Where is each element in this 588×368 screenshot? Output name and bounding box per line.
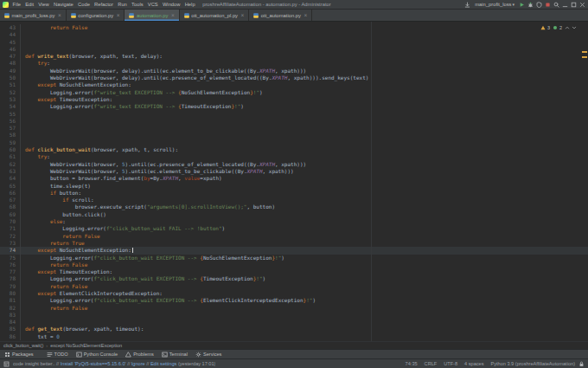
menu-file[interactable]: File bbox=[10, 2, 23, 7]
menu-window[interactable]: Window bbox=[160, 2, 182, 7]
code-line[interactable]: 76 return False bbox=[0, 261, 588, 268]
line-number[interactable]: 46 bbox=[0, 46, 21, 53]
code-line[interactable]: 65 time.sleep(t) bbox=[0, 183, 588, 190]
close-icon[interactable]: × bbox=[241, 12, 245, 18]
minimize-icon[interactable] bbox=[562, 2, 568, 8]
code-line[interactable]: 68 browser.execute_script("arguments[0].… bbox=[0, 203, 588, 210]
line-number[interactable]: 72 bbox=[0, 233, 21, 240]
line-number[interactable]: 74 bbox=[0, 247, 21, 254]
inspections-widget[interactable]: 32 bbox=[540, 25, 577, 30]
code-line[interactable]: 60def click_button_wait(browser, xpath, … bbox=[0, 146, 588, 153]
line-number[interactable]: 70 bbox=[0, 218, 21, 225]
code-line[interactable]: 64 button = browser.find_element(by=By.X… bbox=[0, 175, 588, 182]
code-line[interactable]: 63 WebDriverWait(browser, 5).until(ec.el… bbox=[0, 168, 588, 175]
line-number[interactable]: 85 bbox=[0, 326, 21, 332]
status-link[interactable]: Edit settings bbox=[150, 361, 176, 366]
close-icon[interactable]: × bbox=[171, 12, 175, 18]
code-line[interactable]: 58 bbox=[0, 132, 588, 139]
menu-help[interactable]: Help bbox=[182, 2, 197, 7]
menu-refactor[interactable]: Refactor bbox=[93, 2, 116, 7]
maximize-icon[interactable] bbox=[571, 2, 577, 8]
code-line[interactable]: 50 WebDriverWait(browser, delay).until(e… bbox=[0, 74, 588, 81]
line-number[interactable]: 44 bbox=[0, 31, 21, 38]
run-icon[interactable] bbox=[519, 2, 525, 8]
close-icon[interactable] bbox=[579, 2, 585, 8]
code-line[interactable]: 66 if button: bbox=[0, 190, 588, 197]
tool-window-switcher-icon[interactable] bbox=[3, 361, 10, 367]
line-number[interactable]: 65 bbox=[0, 183, 21, 190]
code-line[interactable]: 70 else: bbox=[0, 218, 588, 225]
line-number[interactable]: 45 bbox=[0, 39, 21, 46]
line-separator[interactable]: CRLF bbox=[425, 361, 438, 366]
indent-style[interactable]: 4 spaces bbox=[464, 361, 483, 366]
line-number[interactable]: 52 bbox=[0, 89, 21, 96]
menu-vcs[interactable]: VCS bbox=[145, 2, 160, 7]
line-number[interactable]: 64 bbox=[0, 175, 21, 182]
code-line[interactable]: 49 WebDriverWait(browser, delay).until(e… bbox=[0, 68, 588, 74]
line-number[interactable]: 60 bbox=[0, 146, 21, 153]
line-number[interactable]: 77 bbox=[0, 268, 21, 275]
line-number[interactable]: 75 bbox=[0, 255, 21, 261]
code-line[interactable]: 67 if scroll: bbox=[0, 197, 588, 203]
menu-run[interactable]: Run bbox=[116, 2, 130, 7]
tool-button-packages[interactable]: Packages bbox=[4, 352, 34, 358]
line-number[interactable]: 73 bbox=[0, 240, 21, 247]
line-number[interactable]: 82 bbox=[0, 305, 21, 312]
update-project-icon[interactable] bbox=[464, 2, 470, 8]
line-number[interactable]: 51 bbox=[0, 81, 21, 88]
code-line[interactable]: 57 bbox=[0, 125, 588, 132]
code-line[interactable]: 75 Logging.error(f"click_button_wait EXC… bbox=[0, 255, 588, 261]
debug-icon[interactable] bbox=[527, 2, 534, 8]
code-line[interactable]: 78 Logging.error(f"click_button_wait EXC… bbox=[0, 275, 588, 282]
code-line[interactable]: 69 button.click() bbox=[0, 211, 588, 218]
tab-ott_automation_pl.py[interactable]: ott_automation_pl.py× bbox=[180, 10, 250, 21]
line-number[interactable]: 76 bbox=[0, 261, 21, 268]
line-number[interactable]: 63 bbox=[0, 168, 21, 175]
menu-code[interactable]: Code bbox=[75, 2, 92, 7]
line-number[interactable]: 61 bbox=[0, 153, 21, 160]
line-number[interactable]: 55 bbox=[0, 111, 21, 118]
code-line[interactable]: 85def get_text(browser, xpath, timeout): bbox=[0, 326, 588, 332]
file-encoding[interactable]: UTF-8 bbox=[444, 361, 457, 366]
code-line[interactable]: 45 bbox=[0, 39, 588, 46]
code-line[interactable]: 53 except TimeoutException: bbox=[0, 96, 588, 103]
line-number[interactable]: 71 bbox=[0, 225, 21, 232]
code-line[interactable]: 77 except TimeoutException: bbox=[0, 268, 588, 275]
menu-navigate[interactable]: Navigate bbox=[51, 2, 75, 7]
line-number[interactable]: 66 bbox=[0, 190, 21, 197]
stop-icon[interactable] bbox=[545, 2, 551, 8]
code-line[interactable]: 52 Logging.error(f"write_text EXCEPTION … bbox=[0, 89, 588, 96]
code-line[interactable]: 79 return False bbox=[0, 283, 588, 290]
tab-main_profit_loss.py[interactable]: main_profit_loss.py× bbox=[0, 10, 67, 21]
code-line[interactable]: 43 return False bbox=[0, 24, 588, 31]
line-number[interactable]: 57 bbox=[0, 125, 21, 132]
line-number[interactable]: 78 bbox=[0, 275, 21, 282]
code-line[interactable]: 62 WebDriverWait(browser, 5).until(ec.pr… bbox=[0, 161, 588, 168]
code-line[interactable]: 81 Logging.error(f"click_button_wait EXC… bbox=[0, 297, 588, 304]
code-line[interactable]: 48 try: bbox=[0, 60, 588, 67]
code-line[interactable]: 56 bbox=[0, 118, 588, 125]
line-number[interactable]: 83 bbox=[0, 312, 21, 319]
close-icon[interactable]: × bbox=[117, 12, 120, 18]
stripe-mark[interactable] bbox=[582, 56, 587, 58]
line-number[interactable]: 68 bbox=[0, 203, 21, 210]
code-line[interactable]: 84 bbox=[0, 319, 588, 326]
line-number[interactable]: 59 bbox=[0, 139, 21, 146]
code-line[interactable]: 59 bbox=[0, 139, 588, 146]
search-everywhere-icon[interactable] bbox=[553, 2, 559, 8]
line-number[interactable]: 48 bbox=[0, 60, 21, 67]
line-number[interactable]: 54 bbox=[0, 103, 21, 110]
lock-icon[interactable] bbox=[578, 361, 585, 367]
error-stripe[interactable] bbox=[580, 22, 588, 341]
line-number[interactable]: 80 bbox=[0, 290, 21, 297]
code-line[interactable]: 72 return False bbox=[0, 233, 588, 240]
line-number[interactable]: 86 bbox=[0, 333, 21, 340]
tool-button-problems[interactable]: Problems bbox=[125, 352, 154, 358]
code-line[interactable]: 80 except ElementClickInterceptedExcepti… bbox=[0, 290, 588, 297]
code-line[interactable]: 46 bbox=[0, 46, 588, 53]
chevron-up-icon[interactable] bbox=[565, 25, 570, 30]
line-number[interactable]: 43 bbox=[0, 24, 21, 31]
line-number[interactable]: 58 bbox=[0, 132, 21, 139]
line-number[interactable]: 67 bbox=[0, 197, 21, 203]
run-config-selector[interactable]: main_profit_loss ▾ bbox=[473, 2, 516, 7]
